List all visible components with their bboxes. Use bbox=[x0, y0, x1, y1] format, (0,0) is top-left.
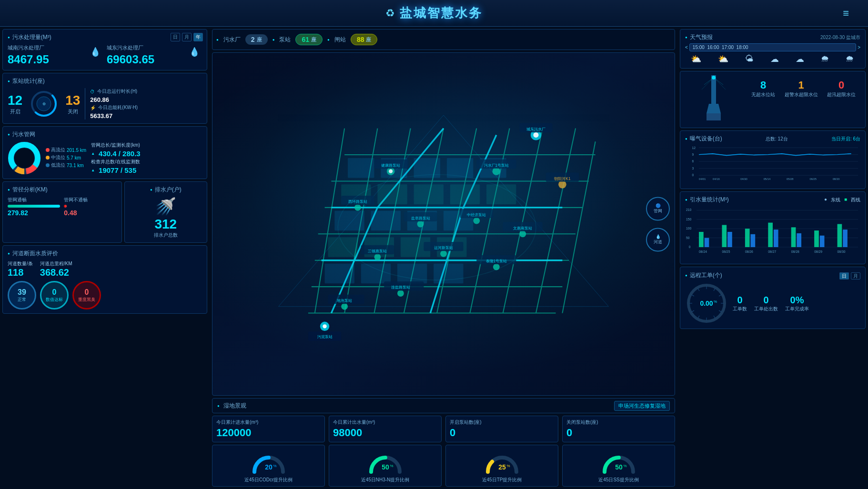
low-label: 低流位 bbox=[51, 162, 65, 169]
pump-closed-label: 关闭 bbox=[65, 108, 80, 115]
legend-mid: 中流位 5.7 km bbox=[46, 154, 86, 161]
svg-rect-150 bbox=[814, 230, 819, 247]
weather-icon-5: ☁ bbox=[796, 54, 804, 64]
river-counts: 河道数量/条 118 河道总里程/KM 368.62 bbox=[8, 260, 202, 278]
weather-icon-1: ⛅ bbox=[691, 54, 701, 64]
aeration-title: 曝气设备(台) bbox=[685, 135, 722, 143]
wl-normal-label: 无超水位站 bbox=[751, 91, 775, 98]
wetland-link[interactable]: 申场河生态修复湿地 bbox=[614, 401, 670, 411]
wstat-open-value: 0 bbox=[450, 427, 455, 439]
water-drop-icon2: 💧 bbox=[189, 47, 200, 57]
pump-open-label: 开启 bbox=[8, 108, 22, 115]
remote-btn-month[interactable]: 月 bbox=[851, 272, 860, 279]
svg-rect-142 bbox=[722, 225, 727, 247]
weather-icon-6: 🌧 bbox=[821, 54, 829, 64]
svg-rect-145 bbox=[751, 234, 756, 247]
weather-icon-7: 🌧 bbox=[846, 54, 854, 64]
gauge-tp-label: 近45日TP提升比例 bbox=[482, 477, 522, 483]
plant1-value: 8467.95 bbox=[8, 53, 103, 66]
sewage-time-buttons: 日 月 年 bbox=[171, 33, 203, 41]
pipe-analysis-card: 管径分析(KM) 管网通畅 279.82 管网不通畅 0.48 bbox=[2, 181, 122, 243]
svg-text:0: 0 bbox=[689, 245, 691, 249]
legend-dot-mid bbox=[46, 156, 50, 160]
aeration-total: 总数: 12台 bbox=[766, 136, 788, 142]
severe-label: 重度黑臭 bbox=[78, 297, 95, 303]
pump-numbers: 12 开启 ⚙ 13 关闭 bbox=[8, 90, 80, 118]
high-value: 201.5 km bbox=[67, 148, 86, 153]
center-panel: ● 污水厂 2 座 ● 泵站 61 座 ● 闸站 88 座 bbox=[210, 27, 677, 489]
nav-sewage-factory: 污水厂 bbox=[223, 36, 241, 44]
inspection-row: ▲ 19077 / 535 bbox=[91, 166, 202, 174]
map-area[interactable]: 城东污水厂 健康路泵站 污水厂1号泵站 朝 bbox=[212, 52, 675, 396]
svg-rect-107 bbox=[707, 113, 721, 120]
weather-icon-2: ⛅ bbox=[718, 54, 728, 64]
sewage-count: 2 bbox=[251, 36, 255, 43]
high-label: 高流位 bbox=[51, 147, 65, 153]
aeration-card: 曝气设备(台) 总数: 12台 当日开启: 6台 12 9 6 3 0 bbox=[680, 130, 866, 189]
plant2-item: 城东污水处理厂 69603.65 💧 bbox=[107, 44, 202, 66]
pump-open-num: 12 bbox=[8, 93, 22, 108]
svg-marker-106 bbox=[707, 104, 721, 113]
nav-dot1: ● bbox=[216, 38, 219, 42]
btn-month[interactable]: 月 bbox=[182, 33, 192, 41]
btn-day[interactable]: 日 bbox=[171, 33, 180, 41]
energy-icon: ⚡ bbox=[90, 105, 96, 110]
gauge-nh3-svg: 50 % bbox=[366, 448, 404, 477]
svg-rect-141 bbox=[705, 238, 709, 247]
top-nav: ● 污水厂 2 座 ● 泵站 61 座 ● 闸站 88 座 bbox=[212, 29, 675, 50]
weather-header: 天气预报 2022-08-30 盐城市 bbox=[685, 33, 860, 41]
wetland-bar: ● 湿地景观 申场河生态修复湿地 bbox=[212, 398, 675, 413]
remote-btn-day[interactable]: 日 bbox=[839, 272, 849, 279]
reaching-label: 数值达标 bbox=[46, 297, 63, 303]
water-stats-header: 引水量统计(M³) ● 东线 ■ 西线 bbox=[685, 196, 860, 204]
legend-dot-low bbox=[46, 163, 50, 167]
low-value: 73.1 km bbox=[67, 163, 84, 168]
wstat-close-value: 0 bbox=[566, 427, 572, 439]
blocked-block: 管网不通畅 0.48 bbox=[64, 197, 116, 217]
legend-line: 东线 bbox=[831, 197, 840, 203]
left-panel: 污水处理量(M³) 日 月 年 城南污水处理厂 8467.95 💧 城东污水处理… bbox=[0, 27, 210, 489]
svg-text:08/26: 08/26 bbox=[745, 250, 753, 253]
svg-text:05/28: 05/28 bbox=[787, 178, 794, 180]
wstat-in-label: 今日累计进水量(m³) bbox=[216, 419, 321, 426]
remote-gauge-svg: 0.00 % bbox=[685, 282, 728, 325]
svg-text:08/20: 08/20 bbox=[833, 178, 840, 180]
arrow-up-icon: ▲ bbox=[91, 151, 95, 156]
river-total-label: 河道总里程/KM bbox=[40, 260, 72, 267]
remote-complete-label: 工单完成率 bbox=[785, 306, 809, 312]
weather-icon-3: 🌤 bbox=[745, 54, 754, 64]
legend-high: 高流位 201.5 km bbox=[46, 147, 86, 153]
map-grid-overlay bbox=[212, 53, 675, 395]
floater-river[interactable]: 💧 河道 bbox=[646, 228, 670, 251]
wstat-close-pump: 关闭泵站数(座) 0 bbox=[562, 416, 675, 442]
svg-rect-153 bbox=[843, 230, 848, 247]
water-drop-icon1: 💧 bbox=[90, 47, 101, 57]
nav-dot3: ● bbox=[327, 38, 330, 42]
gauge-ss-svg: 50 % bbox=[600, 448, 638, 477]
nav-dot2: ● bbox=[273, 38, 275, 42]
remote-stats: 0 工单数 0 工单处出数 0% 工单完成率 bbox=[733, 295, 809, 312]
remote-work-title: 远程工单(个) bbox=[685, 271, 722, 279]
weather-nav-prev[interactable]: < bbox=[685, 45, 688, 50]
map-floaters: 🔵 管网 💧 河道 bbox=[646, 197, 670, 251]
arrow-up-icon2: ▲ bbox=[91, 168, 95, 172]
pipe-donut-chart bbox=[8, 141, 41, 175]
tower-icon-area bbox=[685, 75, 742, 123]
svg-text:08/30: 08/30 bbox=[838, 250, 846, 253]
pump-station-card: 泵站统计(座) 12 开启 ⚙ 13 bbox=[2, 73, 207, 124]
pump-unit: 座 bbox=[311, 36, 316, 43]
floater-pipe[interactable]: 🔵 管网 bbox=[646, 197, 670, 220]
menu-icon[interactable]: ≡ bbox=[843, 7, 849, 20]
btn-year[interactable]: 年 bbox=[193, 33, 203, 41]
energy-value: 5633.67 bbox=[90, 112, 202, 120]
wstat-out-label: 今日累计出水量(m³) bbox=[333, 419, 437, 426]
mid-label: 中流位 bbox=[51, 154, 65, 161]
river-icon: 💧 bbox=[656, 234, 661, 239]
sewage-pipe-title: 污水管网 bbox=[8, 130, 202, 139]
svg-text:9: 9 bbox=[692, 153, 694, 156]
pipe-analysis-title: 管径分析(KM) bbox=[8, 186, 117, 194]
sewage-treatment-card: 污水处理量(M³) 日 月 年 城南污水处理厂 8467.95 💧 城东污水处理… bbox=[2, 29, 207, 70]
svg-text:20: 20 bbox=[265, 463, 273, 471]
svg-text:50: 50 bbox=[686, 236, 690, 240]
weather-nav-next[interactable]: > bbox=[858, 45, 860, 50]
